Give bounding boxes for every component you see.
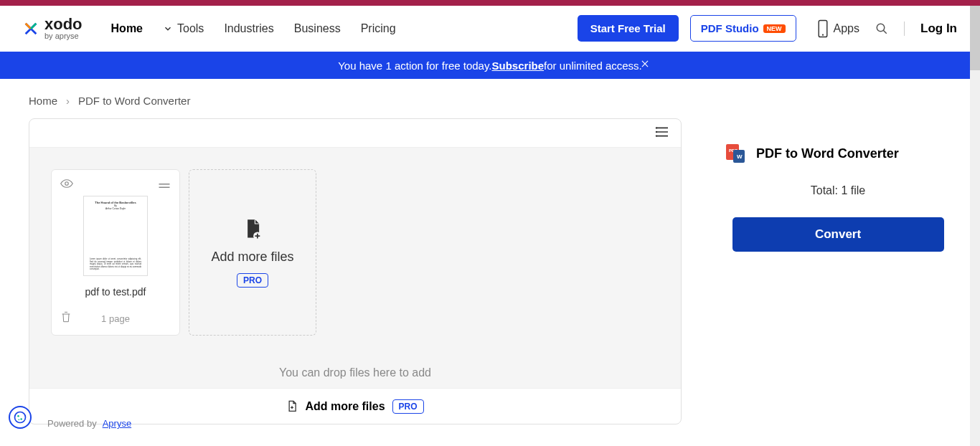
svg-point-10 bbox=[65, 182, 69, 186]
pdf-studio-label: PDF Studio bbox=[701, 22, 759, 34]
start-free-trial-button[interactable]: Start Free Trial bbox=[578, 15, 679, 42]
trash-icon bbox=[60, 310, 72, 323]
cookie-settings-button[interactable] bbox=[9, 406, 32, 429]
new-badge: NEW bbox=[763, 24, 786, 33]
pdf-studio-button[interactable]: PDF Studio NEW bbox=[690, 15, 796, 42]
svg-point-20 bbox=[20, 418, 22, 420]
powered-by-label: Powered by bbox=[47, 418, 97, 429]
drop-hint: You can drop files here to add bbox=[29, 366, 681, 388]
file-card[interactable]: The Hound of the Baskervilles By Arthur … bbox=[51, 169, 180, 336]
footer: Powered by Apryse bbox=[27, 418, 131, 429]
nav-business[interactable]: Business bbox=[294, 22, 341, 35]
panel-header bbox=[29, 119, 681, 148]
list-icon bbox=[655, 126, 669, 138]
svg-text:W: W bbox=[737, 153, 743, 160]
apps-label: Apps bbox=[834, 22, 859, 35]
add-more-files-card[interactable]: Add more files PRO bbox=[189, 169, 316, 336]
preview-button[interactable] bbox=[60, 179, 73, 191]
apryse-link[interactable]: Apryse bbox=[103, 418, 131, 429]
svg-point-8 bbox=[656, 131, 657, 132]
file-add-icon bbox=[286, 400, 298, 413]
svg-point-7 bbox=[656, 127, 657, 128]
side-title: PDF to Word Converter bbox=[756, 146, 899, 161]
file-drop-area[interactable]: The Hound of the Baskervilles By Arthur … bbox=[29, 148, 681, 366]
pro-badge: PRO bbox=[392, 399, 424, 414]
banner-suffix: for unlimited access. bbox=[544, 60, 642, 72]
preview-body: Lorem ipsum dolor sit amet, consectetur … bbox=[90, 258, 141, 271]
divider bbox=[904, 22, 905, 36]
page-scrollbar[interactable] bbox=[970, 6, 980, 446]
page-count: 1 page bbox=[101, 313, 130, 324]
bottom-add-label: Add more files bbox=[305, 400, 385, 413]
file-thumbnail: The Hound of the Baskervilles By Arthur … bbox=[83, 196, 148, 276]
search-icon bbox=[875, 22, 888, 35]
main-panel: The Hound of the Baskervilles By Arthur … bbox=[29, 118, 682, 424]
search-button[interactable] bbox=[875, 22, 888, 35]
eye-icon bbox=[60, 179, 73, 189]
pro-badge: PRO bbox=[237, 273, 268, 288]
list-view-button[interactable] bbox=[655, 126, 669, 141]
svg-point-18 bbox=[15, 412, 26, 423]
drag-handle[interactable] bbox=[158, 179, 171, 191]
convert-button[interactable]: Convert bbox=[732, 217, 944, 252]
nav-tools-label: Tools bbox=[177, 22, 204, 35]
svg-point-1 bbox=[821, 34, 823, 35]
logo[interactable]: xodo by apryse bbox=[23, 16, 83, 40]
side-panel: PDFW PDF to Word Converter Total: 1 file… bbox=[682, 118, 951, 424]
login-link[interactable]: Log In bbox=[920, 22, 957, 36]
grip-icon bbox=[158, 183, 171, 189]
xodo-logo-icon bbox=[23, 21, 39, 37]
add-more-label: Add more files bbox=[211, 250, 293, 265]
chevron-down-icon bbox=[163, 24, 173, 34]
nav-pricing[interactable]: Pricing bbox=[361, 22, 396, 35]
close-icon bbox=[640, 59, 650, 69]
breadcrumb: Home › PDF to Word Converter bbox=[0, 79, 980, 118]
svg-line-3 bbox=[883, 30, 887, 34]
pdf-to-word-icon: PDFW bbox=[725, 143, 746, 164]
logo-name: xodo bbox=[44, 16, 83, 32]
logo-subtitle: by apryse bbox=[44, 32, 83, 40]
subscribe-link[interactable]: Subscribe bbox=[492, 60, 545, 72]
mobile-icon bbox=[816, 19, 829, 38]
svg-point-21 bbox=[19, 419, 20, 421]
cookie-icon bbox=[13, 410, 27, 424]
svg-point-2 bbox=[877, 24, 885, 32]
banner-prefix: You have 1 action for free today. bbox=[338, 60, 491, 72]
preview-author: Arthur Conan Doyle bbox=[90, 207, 141, 210]
apps-link[interactable]: Apps bbox=[816, 19, 859, 38]
delete-file-button[interactable] bbox=[60, 310, 72, 326]
chevron-right-icon: › bbox=[66, 95, 70, 107]
main-nav: Home Tools Industries Business Pricing bbox=[111, 22, 396, 35]
breadcrumb-home[interactable]: Home bbox=[29, 95, 57, 107]
nav-home[interactable]: Home bbox=[111, 22, 143, 35]
scrollbar-thumb[interactable] bbox=[970, 6, 980, 70]
svg-point-19 bbox=[17, 415, 19, 417]
file-add-icon bbox=[242, 218, 263, 241]
breadcrumb-current[interactable]: PDF to Word Converter bbox=[78, 95, 190, 107]
header: xodo by apryse Home Tools Industries Bus… bbox=[0, 6, 980, 52]
total-files: Total: 1 file bbox=[725, 184, 951, 197]
top-accent-bar bbox=[0, 0, 980, 6]
banner-close-button[interactable] bbox=[640, 59, 650, 72]
file-name: pdf to test.pdf bbox=[85, 286, 146, 298]
promo-banner: You have 1 action for free today. Subscr… bbox=[0, 52, 980, 79]
nav-tools[interactable]: Tools bbox=[163, 22, 204, 35]
nav-industries[interactable]: Industries bbox=[224, 22, 273, 35]
svg-point-9 bbox=[656, 135, 657, 136]
